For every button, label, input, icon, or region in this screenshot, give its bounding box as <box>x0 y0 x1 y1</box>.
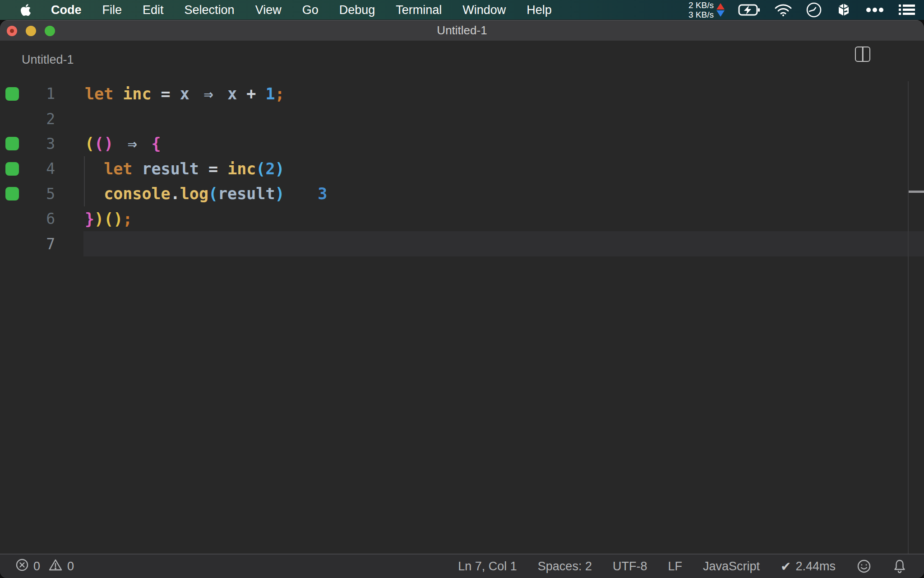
error-count: 0 <box>33 559 40 573</box>
code-token <box>218 85 227 103</box>
code-token <box>85 160 104 178</box>
code-token: result <box>142 160 199 178</box>
minimize-button[interactable] <box>26 26 36 36</box>
code-token: 1 <box>265 85 275 103</box>
code-token: ( <box>208 185 218 203</box>
code-token <box>85 185 104 203</box>
list-icon[interactable] <box>898 4 916 16</box>
code-token: let <box>85 85 123 103</box>
code-token: ( <box>104 210 113 228</box>
quokka-status[interactable]: ✔ 2.44ms <box>781 559 836 574</box>
menu-item-edit[interactable]: Edit <box>132 0 174 20</box>
ellipsis-icon[interactable] <box>865 7 884 13</box>
code-token <box>237 85 246 103</box>
menu-item-terminal[interactable]: Terminal <box>385 0 452 20</box>
notifications-bell-icon[interactable] <box>892 559 907 574</box>
code-token: ) <box>104 135 113 153</box>
feedback-smiley-icon[interactable] <box>856 559 872 574</box>
menu-bar-left: CodeFileEditSelectionViewGoDebugTerminal… <box>0 0 562 20</box>
error-icon <box>15 558 29 575</box>
network-speed-indicator[interactable]: 2 KB/s 3 KB/s <box>688 0 725 19</box>
cube-icon[interactable] <box>836 2 852 18</box>
code-line-3[interactable]: 3(() ⇒ { <box>0 131 924 156</box>
line-number: 2 <box>18 106 55 131</box>
menu-item-help[interactable]: Help <box>516 0 562 20</box>
check-icon: ✔ <box>781 559 791 574</box>
upload-speed: 2 KB/s <box>688 0 714 10</box>
code-token: ) <box>94 210 104 228</box>
window-title: Untitled-1 <box>437 23 487 37</box>
clock-icon[interactable] <box>806 2 822 18</box>
editor-header: Untitled-1 <box>0 41 924 81</box>
code-line-1[interactable]: 1let inc = x ⇒ x + 1; <box>0 81 924 106</box>
code-text: })(); <box>85 206 132 231</box>
upload-arrow-icon <box>716 3 725 9</box>
download-arrow-icon <box>716 10 725 17</box>
code-token: inc <box>227 160 256 178</box>
open-file-label[interactable]: Untitled-1 <box>22 53 74 67</box>
code-editor[interactable]: 1let inc = x ⇒ x + 1;23(() ⇒ {4 let resu… <box>0 81 924 554</box>
menu-item-selection[interactable]: Selection <box>174 0 245 20</box>
line-number: 3 <box>18 131 55 156</box>
code-token: x <box>180 85 189 103</box>
code-token <box>113 135 123 153</box>
close-button[interactable] <box>7 26 17 36</box>
battery-charging-icon[interactable] <box>738 3 761 17</box>
code-token: log <box>180 185 208 203</box>
code-token: x <box>227 85 237 103</box>
code-token <box>152 85 161 103</box>
zoom-button[interactable] <box>45 26 55 36</box>
status-bar: 0 0 Ln 7, Col 1 Spaces: 2 UTF-8 LF JavaS… <box>0 554 924 578</box>
overview-ruler[interactable] <box>908 81 909 554</box>
eol-setting[interactable]: LF <box>668 559 682 573</box>
code-token: = <box>161 85 171 103</box>
code-token: ) <box>275 185 284 203</box>
quokka-coverage-indicator <box>5 187 19 200</box>
code-token: ; <box>275 85 285 103</box>
code-token: 2 <box>265 160 275 178</box>
quokka-time: 2.44ms <box>795 559 836 573</box>
code-text: let inc = x ⇒ x + 1; <box>85 81 285 106</box>
code-text: (() ⇒ { <box>85 131 161 156</box>
line-number: 6 <box>18 206 55 231</box>
code-token <box>142 135 151 153</box>
quokka-coverage-indicator <box>5 87 19 101</box>
code-token: } <box>85 210 94 228</box>
code-line-2[interactable]: 2 <box>0 106 924 131</box>
code-token: console <box>104 185 171 203</box>
window-title-bar[interactable]: Untitled-1 <box>0 20 924 41</box>
code-token: ; <box>123 210 132 228</box>
code-line-4[interactable]: 4 let result = inc(2) <box>0 156 924 181</box>
code-token <box>256 85 265 103</box>
code-line-6[interactable]: 6})(); <box>0 206 924 231</box>
apple-menu-icon[interactable] <box>20 3 32 17</box>
menu-item-go[interactable]: Go <box>292 0 329 20</box>
code-token <box>189 85 199 103</box>
code-token: inc <box>123 85 151 103</box>
menu-item-window[interactable]: Window <box>452 0 516 20</box>
line-number: 1 <box>18 81 55 106</box>
indentation-setting[interactable]: Spaces: 2 <box>538 559 592 573</box>
macos-menu-bar: CodeFileEditSelectionViewGoDebugTerminal… <box>0 0 924 20</box>
menu-item-debug[interactable]: Debug <box>329 0 386 20</box>
download-speed: 3 KB/s <box>688 10 714 19</box>
unsaved-dot-icon <box>10 29 14 33</box>
code-token: = <box>208 160 218 178</box>
vscode-window: Untitled-1 Untitled-1 1let inc = x ⇒ x +… <box>0 20 924 578</box>
line-number: 4 <box>18 156 55 181</box>
code-line-7[interactable]: 7 <box>0 231 924 256</box>
code-token: ) <box>275 160 285 178</box>
code-token: ( <box>256 160 265 178</box>
menu-item-file[interactable]: File <box>92 0 133 20</box>
cursor-position[interactable]: Ln 7, Col 1 <box>458 559 517 573</box>
problems-indicator[interactable]: 0 0 <box>15 558 74 575</box>
encoding-setting[interactable]: UTF-8 <box>613 559 647 573</box>
menu-item-code[interactable]: Code <box>41 0 92 20</box>
code-token: ( <box>94 135 104 153</box>
language-mode[interactable]: JavaScript <box>703 559 760 573</box>
menu-item-view[interactable]: View <box>245 0 292 20</box>
split-editor-icon[interactable] <box>855 47 870 62</box>
warning-count: 0 <box>67 559 74 573</box>
code-line-5[interactable]: 5 console.log(result)3 <box>0 182 924 206</box>
wifi-icon[interactable] <box>774 3 792 17</box>
